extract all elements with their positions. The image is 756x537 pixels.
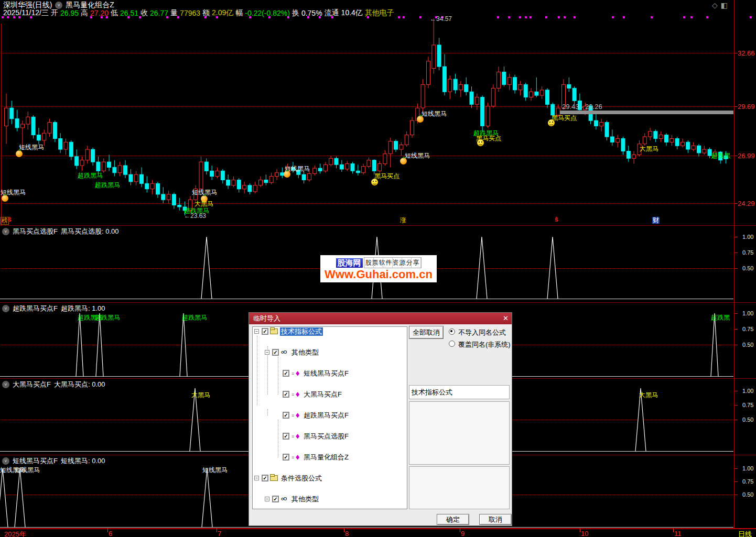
radio-overwrite-label[interactable]: 覆盖同名(非系统) [458,340,511,349]
orange-emoji-icon [400,158,407,165]
price-band [560,111,733,114]
signal-spike [96,313,103,376]
panel-header-3: ˅ 大黑马买点F 大黑马买点: 0.00 [2,380,105,389]
tree-item-其他类型[interactable]: −✓oO其他类型 [253,411,407,420]
quote-field-label: 流通 [325,8,339,18]
signal-dot [690,16,693,18]
ok-button[interactable]: 确定 [437,514,469,525]
signal-spike [0,468,8,527]
chevron-down-icon[interactable]: ˅ [2,228,9,235]
tree-item-label[interactable]: 技术指标公式 [280,327,323,336]
candle [237,180,241,189]
candle [269,177,273,183]
smiley-emoji-icon [371,179,378,185]
watermark: 股海网 股票软件资源分享 Www.Guhai.com.cn [320,255,437,282]
candle [204,162,208,171]
window-icon[interactable]: ◧ [721,1,731,9]
x-axis-label: 8 [345,530,349,537]
radio-overwrite-same-name[interactable] [449,341,455,347]
tree-expand-toggle[interactable]: − [254,476,259,480]
candle [605,123,609,137]
candle [318,168,322,171]
price-band-label: 29.43 - 29.26 [562,103,602,111]
candle [621,139,625,151]
tree-item-短线黑马买点X[interactable]: ✓≡◆短线黑马买点X [253,421,407,431]
signal-spike [201,237,212,299]
candle [113,167,116,172]
tree-expand-toggle[interactable]: − [254,329,259,334]
x-axis-label: 2025年 [4,530,26,537]
tree-item-label[interactable]: 其他类型 [290,495,320,503]
sector-label[interactable]: 其他电子 [365,8,394,18]
candle [172,194,176,205]
price-axis-label: 24.29 [738,200,755,207]
panel-name: 黑马买点选股F [13,227,58,236]
candle [524,84,527,97]
description-box-1 [409,401,510,465]
chart-annotation: 超跌黑马 [78,172,103,179]
panel-value: 大黑马买点: 0.00 [54,380,105,389]
radio-no-import-label[interactable]: 不导入同名公式 [458,328,506,337]
signal-dot [683,16,685,18]
tree-item-大黑马买点X[interactable]: ✓≡◆大黑马买点X [253,432,407,441]
price-axis-label: 32.66 [738,49,755,57]
tree-checkbox[interactable]: ✓ [272,496,279,502]
candle [573,88,576,101]
tree-item-大黑马买点F[interactable]: ✓≡◆大黑马买点F [253,358,407,368]
tree-item-超跌黑马买点X[interactable]: ✓≡◆超跌黑马买点X [253,442,407,452]
tree-item-label[interactable]: 条件选股公式 [280,474,323,483]
diamond-icon[interactable]: ◇ [712,1,721,9]
signal-dot [403,16,405,18]
candle [91,149,95,162]
tree-item-黑马买点选股F[interactable]: ✓≡◆黑马买点选股F [253,379,407,389]
candle [232,180,235,185]
candle [210,171,214,176]
tree-item-黑马量化组合Z[interactable]: ✓≡◆黑马量化组合Z [253,390,407,399]
quote-field-label: 量 [170,8,178,18]
tree-item-短线黑马买点F[interactable]: ✓≡◆短线黑马买点F [253,348,407,357]
candle [329,158,333,165]
cancel-button[interactable]: 取消 [479,514,512,525]
ok-label: 确定 [446,515,460,524]
chevron-down-icon[interactable]: ˅ [55,2,62,9]
candle [540,90,544,95]
tree-item-条件选股公式[interactable]: −✓条件选股公式 [253,400,407,410]
quote-field-label: 开 [51,8,58,18]
candle [383,154,387,164]
candle [530,92,533,97]
candle [323,165,327,171]
x-axis-line [0,528,756,529]
tree-checkbox[interactable]: ✓ [262,328,268,335]
close-icon[interactable]: ✕ [503,314,509,322]
chevron-down-icon[interactable]: ˅ [2,381,9,388]
candle [470,92,473,104]
tree-item-黑马买点选股[interactable]: ✓≡◆黑马买点选股 [253,453,407,462]
tree-expand-toggle[interactable]: − [265,497,269,501]
tree-checkbox[interactable]: ✓ [262,475,268,481]
candle [459,84,462,90]
candle [15,119,19,128]
x-axis-label: 10 [581,530,588,537]
dialog-title-bar[interactable]: 临时导入 [249,313,512,324]
tree-item-其他类型[interactable]: −✓oO其他类型 [253,337,407,347]
tree-item-技术指标公式[interactable]: −✓技术指标公式 [253,327,407,336]
chevron-down-icon[interactable]: ˅ [2,457,9,465]
tree-item-超跌黑马买点F[interactable]: ✓≡◆超跌黑马买点F [253,369,407,378]
candle [80,160,84,166]
chevron-down-icon[interactable]: ˅ [2,305,9,312]
candle [356,171,360,172]
signal-label: 超跌黑 [711,314,730,321]
quote-field-value: 26.51 [120,9,138,17]
signal-spike [711,313,718,376]
signal-dot [651,16,653,18]
chart-annotation: 短线黑马 [19,144,44,150]
candle [519,84,522,90]
cancel-all-button[interactable]: 全部取消 [409,326,444,339]
candle [178,205,181,207]
candle [432,45,436,69]
axis-tick [735,268,738,269]
radio-no-import-same-name[interactable] [449,328,455,335]
quote-field-value: 77963 [180,9,200,17]
chart-annotation: 超跌黑马 [95,182,120,188]
panel-value: 黑马买点选股: 0.00 [61,227,119,236]
